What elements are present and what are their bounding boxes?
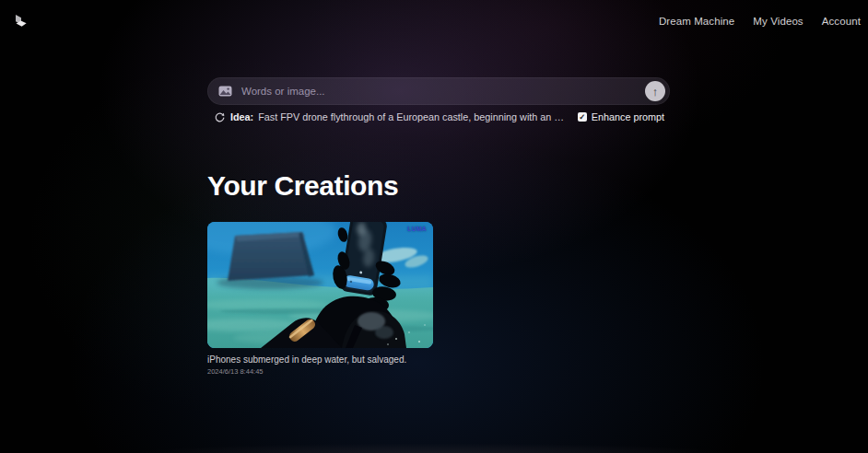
image-icon[interactable] xyxy=(218,86,232,97)
creations-section: Your Creations xyxy=(207,172,433,376)
prompt-input[interactable] xyxy=(240,85,645,98)
luma-watermark: LUMA xyxy=(407,226,427,232)
check-glyph: ✓ xyxy=(579,113,585,122)
enhance-prompt-toggle[interactable]: ✓ Enhance prompt xyxy=(565,111,664,122)
creation-timestamp: 2024/6/13 8:44:45 xyxy=(207,367,433,376)
idea-row: Idea: Fast FPV drone flythrough of a Eur… xyxy=(207,111,670,122)
idea-suggestion-text[interactable]: Fast FPV drone flythrough of a European … xyxy=(258,111,565,122)
background-haze xyxy=(104,440,764,453)
luma-logo-icon[interactable] xyxy=(13,13,28,29)
enhance-prompt-label: Enhance prompt xyxy=(592,111,664,122)
prompt-section: ↑ Idea: Fast FPV drone flythrough of a E… xyxy=(207,77,670,122)
dream-machine-page: Dream Machine My Videos Account ↑ xyxy=(0,0,868,453)
prompt-bar[interactable]: ↑ xyxy=(207,77,670,105)
nav-dream-machine[interactable]: Dream Machine xyxy=(659,16,734,27)
top-bar: Dream Machine My Videos Account xyxy=(0,0,868,42)
creation-thumbnail[interactable]: LUMA xyxy=(207,222,433,348)
creation-caption: iPhones submerged in deep water, but sal… xyxy=(207,354,433,365)
page-title: Your Creations xyxy=(207,172,433,200)
top-nav: Dream Machine My Videos Account xyxy=(659,16,861,27)
nav-account[interactable]: Account xyxy=(822,16,861,27)
underwater-scene xyxy=(207,222,433,348)
checkbox-checked-icon[interactable]: ✓ xyxy=(578,112,587,122)
arrow-up-icon: ↑ xyxy=(652,86,659,98)
refresh-icon[interactable] xyxy=(215,112,225,122)
nav-my-videos[interactable]: My Videos xyxy=(753,16,803,27)
idea-label: Idea: xyxy=(230,111,253,122)
submit-button[interactable]: ↑ xyxy=(645,81,665,101)
creation-card[interactable]: LUMA iPhones submerged in deep water, bu… xyxy=(207,222,433,376)
